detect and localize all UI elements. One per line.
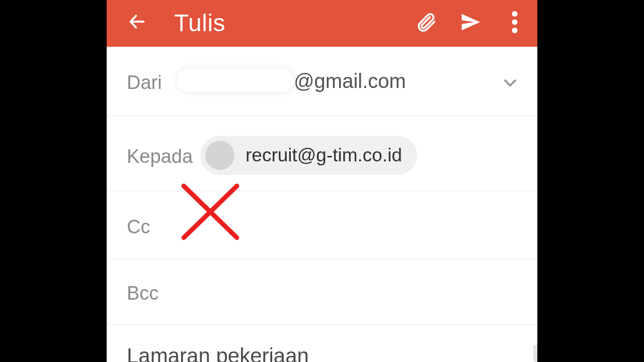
attach-button[interactable]: [415, 11, 438, 34]
to-label: Kepada: [127, 146, 193, 167]
from-email-suffix: @gmail.com: [294, 70, 406, 93]
overflow-menu-button[interactable]: [503, 11, 526, 34]
arrow-back-icon: [127, 12, 147, 32]
svg-point-3: [512, 28, 518, 33]
appbar: Tulis: [107, 0, 537, 47]
bcc-row[interactable]: Bcc: [107, 259, 537, 325]
to-row[interactable]: Kepada recruit@g-tim.co.id: [107, 116, 537, 191]
cc-row[interactable]: Cc: [107, 191, 537, 259]
avatar: [205, 141, 234, 170]
recipient-chip[interactable]: recruit@g-tim.co.id: [200, 136, 417, 175]
chevron-down-icon: [500, 73, 520, 93]
from-email-redaction: [177, 69, 294, 92]
svg-point-2: [512, 19, 518, 25]
send-icon: [459, 10, 482, 34]
send-button[interactable]: [459, 11, 482, 34]
recipient-address: recruit@g-tim.co.id: [246, 145, 402, 166]
cc-label: Cc: [127, 216, 150, 238]
bcc-label: Bcc: [127, 283, 158, 304]
expand-from-button[interactable]: [500, 73, 520, 93]
more-vert-icon: [512, 11, 518, 33]
from-row[interactable]: Dari @gmail.com: [107, 47, 537, 116]
compose-screen: Tulis: [107, 0, 537, 362]
svg-line-5: [184, 186, 237, 238]
subject-row[interactable]: Lamaran pekerjaan: [107, 325, 537, 362]
paperclip-icon: [415, 11, 437, 33]
from-label: Dari: [127, 72, 162, 94]
scrollbar[interactable]: [533, 345, 537, 362]
appbar-actions: [415, 11, 529, 34]
svg-point-1: [512, 11, 518, 17]
back-button[interactable]: [126, 11, 148, 33]
appbar-title: Tulis: [174, 9, 225, 37]
subject-input[interactable]: Lamaran pekerjaan: [127, 344, 309, 362]
svg-line-4: [184, 186, 237, 238]
